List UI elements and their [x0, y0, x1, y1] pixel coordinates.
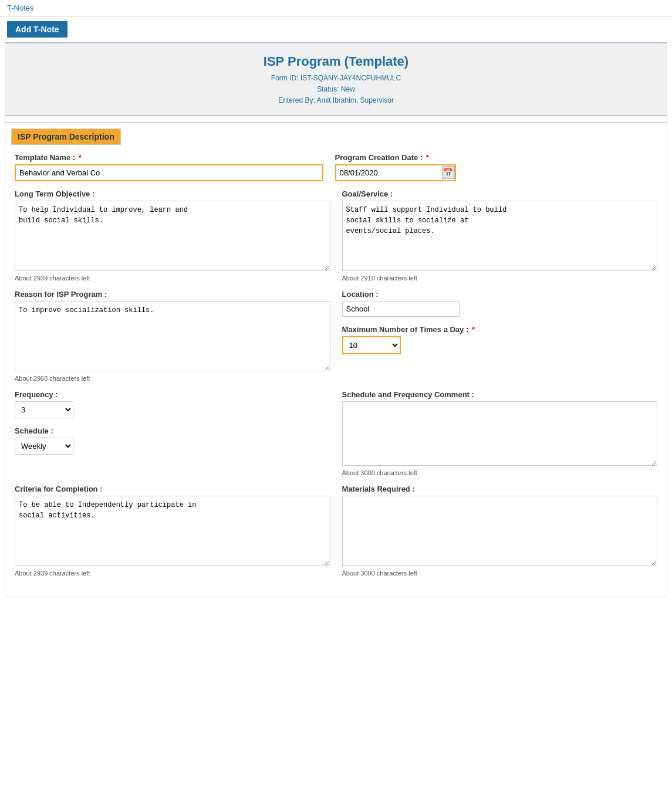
freq-schedule-group: Frequency : 3 1 2 4 5 Schedule : Weekly …: [15, 390, 330, 476]
row-reason-location: Reason for ISP Program : To improve soci…: [15, 290, 657, 382]
criteria-completion-chars: About 2939 characters left: [15, 570, 330, 577]
schedule-freq-comment-field: Schedule and Frequency Comment : About 3…: [342, 390, 658, 476]
section-title-bar: ISP Program Description: [5, 123, 667, 145]
calendar-icon[interactable]: 📅: [442, 166, 455, 179]
long-term-objective-input[interactable]: To help Individual to improve, learn and…: [15, 201, 330, 271]
program-creation-date-field: Program Creation Date : * 📅: [335, 153, 644, 181]
goal-service-chars: About 2910 characters left: [342, 275, 658, 282]
location-field: Location :: [342, 290, 658, 317]
frequency-field: Frequency : 3 1 2 4 5: [15, 390, 330, 418]
goal-service-input[interactable]: Staff will support Individual to build s…: [342, 201, 658, 271]
form-header: ISP Program (Template) Form ID: IST-SQAN…: [5, 42, 667, 116]
long-term-objective-chars: About 2939 characters left: [15, 275, 330, 282]
schedule-freq-comment-chars: About 3000 characters left: [342, 469, 658, 476]
schedule-label: Schedule :: [15, 426, 330, 435]
frequency-label: Frequency :: [15, 390, 330, 399]
reason-isp-input[interactable]: To improve socialization skills.: [15, 301, 330, 371]
max-times-label: Maximum Number of Times a Day : *: [342, 325, 658, 334]
program-creation-date-label: Program Creation Date : *: [335, 153, 644, 162]
date-input-wrapper: 📅: [335, 164, 456, 181]
form-id: Form ID: IST-SQANY-JAY4NCPUHMULC: [16, 73, 656, 84]
criteria-completion-field: Criteria for Completion : To be able to …: [15, 485, 330, 577]
page-title: ISP Program (Template): [16, 54, 656, 69]
template-name-label: Template Name : *: [15, 153, 323, 162]
reason-isp-chars: About 2968 characters left: [15, 375, 330, 382]
criteria-completion-input[interactable]: To be able to Independently participate …: [15, 496, 330, 566]
criteria-completion-label: Criteria for Completion :: [15, 485, 330, 493]
materials-required-chars: About 3000 characters left: [342, 570, 658, 577]
long-term-objective-field: Long Term Objective : To help Individual…: [15, 189, 330, 282]
frequency-select[interactable]: 3 1 2 4 5: [15, 401, 73, 418]
row-criteria-materials: Criteria for Completion : To be able to …: [15, 485, 657, 577]
location-maxtimes-group: Location : Maximum Number of Times a Day…: [342, 290, 658, 382]
materials-required-input[interactable]: [342, 496, 658, 566]
schedule-select[interactable]: Weekly Daily Monthly: [15, 438, 73, 455]
program-creation-date-input[interactable]: [336, 165, 442, 180]
schedule-field: Schedule : Weekly Daily Monthly: [15, 426, 330, 455]
form-container: ISP Program Description Template Name : …: [5, 122, 667, 597]
max-times-field: Maximum Number of Times a Day : * 10 1 2…: [342, 325, 658, 354]
schedule-freq-comment-label: Schedule and Frequency Comment :: [342, 390, 658, 399]
materials-required-field: Materials Required : About 3000 characte…: [342, 485, 658, 577]
template-name-field: Template Name : *: [15, 153, 323, 181]
location-label: Location :: [342, 290, 658, 299]
row-template-date: Template Name : * Program Creation Date …: [15, 153, 657, 181]
breadcrumb-nav: T-Notes: [0, 0, 672, 16]
goal-service-field: Goal/Service : Staff will support Indivi…: [342, 189, 658, 282]
location-input[interactable]: [342, 301, 460, 317]
breadcrumb-link[interactable]: T-Notes: [7, 4, 34, 12]
entered-by: Entered By: Amit Ibrahim, Supervisor: [16, 95, 656, 106]
max-times-select[interactable]: 10 1 2 3 4 5 6 7 8 9: [342, 336, 401, 354]
reason-isp-label: Reason for ISP Program :: [15, 290, 330, 299]
row-objective-goal: Long Term Objective : To help Individual…: [15, 189, 657, 282]
add-tnote-button[interactable]: Add T-Note: [7, 21, 67, 38]
reason-isp-field: Reason for ISP Program : To improve soci…: [15, 290, 330, 382]
goal-service-label: Goal/Service :: [342, 189, 658, 198]
template-name-input[interactable]: [15, 164, 323, 181]
row-freq-schedule: Frequency : 3 1 2 4 5 Schedule : Weekly …: [15, 390, 657, 476]
form-body: Template Name : * Program Creation Date …: [5, 145, 667, 597]
materials-required-label: Materials Required :: [342, 485, 658, 493]
long-term-objective-label: Long Term Objective :: [15, 189, 330, 198]
form-status: Status: New: [16, 84, 656, 95]
schedule-freq-comment-input[interactable]: [342, 401, 658, 466]
